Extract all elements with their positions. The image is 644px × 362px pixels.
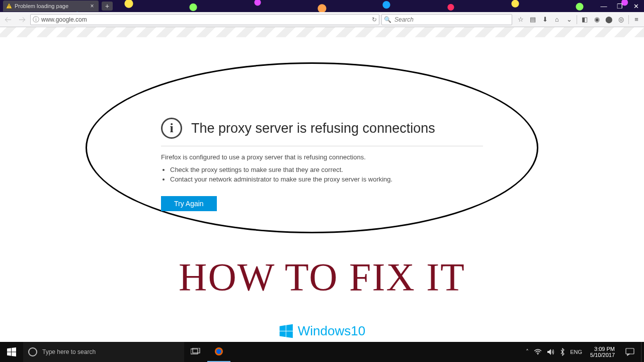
task-view-icon[interactable] <box>184 342 207 362</box>
home-icon[interactable]: ⌂ <box>551 14 562 25</box>
windows10-label: Windows10 <box>298 323 365 339</box>
taskbar: Type here to search ˄ ENG 3:09 PM 5/10/2… <box>0 342 644 362</box>
window-titlebar: Problem loading page × + — ❐ ✕ <box>0 0 644 12</box>
tab-close-icon[interactable]: × <box>89 3 96 10</box>
svg-marker-7 <box>7 348 11 351</box>
tab-title: Problem loading page <box>15 3 89 9</box>
svg-marker-10 <box>12 352 16 357</box>
site-identity-icon[interactable]: ⓘ <box>33 15 39 24</box>
error-bullet: Contact your network administrator to ma… <box>170 175 483 183</box>
svg-marker-5 <box>280 331 286 337</box>
error-title: The proxy server is refusing connections <box>191 121 435 136</box>
window-minimize-icon[interactable]: — <box>596 0 612 12</box>
clock-time: 3:09 PM <box>590 346 615 352</box>
taskbar-app-firefox[interactable] <box>207 342 230 362</box>
progress-stripe <box>0 27 644 37</box>
windows10-badge: Windows10 <box>272 321 372 341</box>
svg-marker-16 <box>547 349 551 355</box>
cortana-placeholder: Type here to search <box>42 348 96 355</box>
error-bullet: Check the proxy settings to make sure th… <box>170 166 483 173</box>
svg-marker-6 <box>286 331 293 338</box>
start-button[interactable] <box>0 342 23 362</box>
url-text: www.google.com <box>41 16 372 23</box>
svg-marker-8 <box>12 347 16 352</box>
error-suggestions: Check the proxy settings to make sure th… <box>161 166 483 183</box>
nav-forward-icon: 🡢 <box>16 14 28 26</box>
new-tab-button[interactable]: + <box>102 2 113 11</box>
action-center-icon[interactable] <box>619 342 641 362</box>
error-panel: i The proxy server is refusing connectio… <box>161 118 483 211</box>
tray-bluetooth-icon[interactable] <box>560 348 565 356</box>
svg-marker-3 <box>280 325 286 330</box>
browser-tab[interactable]: Problem loading page × <box>3 1 99 12</box>
svg-point-14 <box>216 349 221 354</box>
svg-rect-1 <box>9 5 9 7</box>
url-bar[interactable]: ⓘ www.google.com ↻ <box>30 14 379 25</box>
svg-rect-2 <box>9 7 9 8</box>
hamburger-menu-icon[interactable]: ≡ <box>631 14 642 25</box>
pocket-icon[interactable]: ⌄ <box>564 14 575 25</box>
window-restore-icon[interactable]: ❐ <box>612 0 628 12</box>
addon4-icon[interactable]: ◎ <box>615 14 626 25</box>
windows-logo-icon <box>279 324 294 339</box>
page-content: i The proxy server is refusing connectio… <box>0 37 644 342</box>
window-close-icon[interactable]: ✕ <box>628 0 644 12</box>
tray-overflow-icon[interactable]: ˄ <box>526 348 529 355</box>
reader-icon[interactable]: ▤ <box>527 14 538 25</box>
addon3-icon[interactable]: ⬤ <box>603 14 614 25</box>
tray-language[interactable]: ENG <box>570 349 582 355</box>
addon2-icon[interactable]: ◉ <box>591 14 602 25</box>
search-bar[interactable]: 🔍 <box>381 14 512 25</box>
toolbar-divider <box>577 15 577 24</box>
svg-rect-17 <box>626 348 634 354</box>
cortana-search[interactable]: Type here to search <box>23 342 184 362</box>
annotation-how-to-fix: HOW TO FIX IT <box>0 254 644 300</box>
svg-point-15 <box>537 354 538 355</box>
system-tray: ˄ ENG <box>522 348 586 356</box>
search-input[interactable] <box>393 16 510 24</box>
svg-marker-18 <box>627 354 629 355</box>
taskbar-clock[interactable]: 3:09 PM 5/10/2017 <box>586 346 619 358</box>
warning-icon <box>6 3 12 9</box>
search-icon: 🔍 <box>384 16 391 23</box>
tray-volume-icon[interactable] <box>547 348 555 355</box>
bookmark-star-icon[interactable]: ☆ <box>515 14 526 25</box>
addon1-icon[interactable]: ◧ <box>579 14 590 25</box>
svg-marker-9 <box>7 352 11 356</box>
error-subtitle: Firefox is configured to use a proxy ser… <box>161 153 483 161</box>
tray-network-icon[interactable] <box>534 349 542 355</box>
info-icon: i <box>161 118 182 139</box>
svg-marker-4 <box>286 324 293 330</box>
toolbar-divider-2 <box>628 15 629 24</box>
show-desktop-button[interactable] <box>641 342 644 362</box>
nav-back-icon: 🡠 <box>2 14 14 26</box>
reload-icon[interactable]: ↻ <box>372 16 377 23</box>
clock-date: 5/10/2017 <box>590 352 615 358</box>
downloads-icon[interactable]: ⬇ <box>539 14 550 25</box>
browser-navbar: 🡠 🡢 ⓘ www.google.com ↻ 🔍 ☆ ▤ ⬇ ⌂ ⌄ ◧ ◉ ⬤… <box>0 12 644 27</box>
try-again-button[interactable]: Try Again <box>161 196 217 211</box>
cortana-icon <box>28 347 37 356</box>
